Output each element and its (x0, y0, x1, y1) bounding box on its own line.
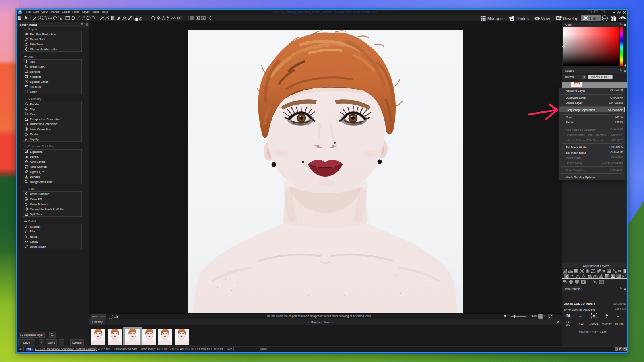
svg-text:365: 365 (603, 17, 607, 20)
